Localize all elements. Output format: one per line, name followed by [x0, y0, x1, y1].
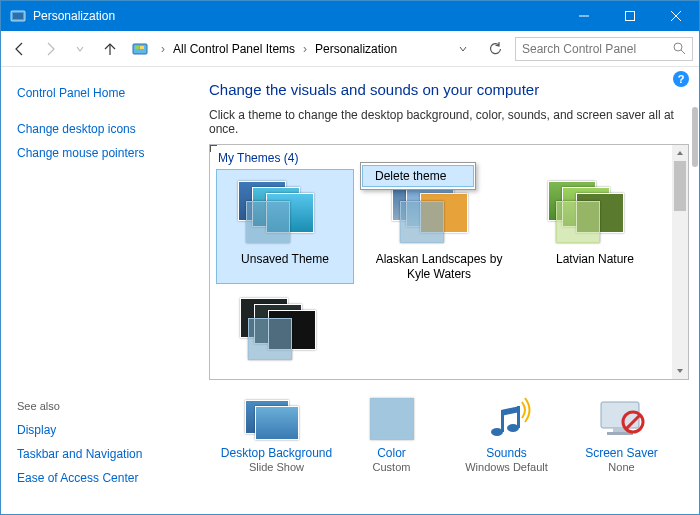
sidebar-home[interactable]: Control Panel Home [17, 81, 185, 105]
breadcrumb-sep: › [157, 42, 169, 56]
control-panel-icon [10, 8, 26, 24]
forward-button[interactable] [37, 36, 63, 62]
screen-saver-icon [595, 396, 649, 442]
refresh-button[interactable] [483, 37, 507, 61]
close-button[interactable] [653, 1, 699, 31]
bottom-actions: Desktop Background Slide Show Color Cust… [209, 394, 689, 473]
svg-rect-9 [140, 46, 144, 49]
page-heading: Change the visuals and sounds on your co… [209, 81, 689, 98]
svg-rect-18 [601, 402, 639, 428]
svg-rect-1 [13, 13, 23, 19]
svg-rect-8 [135, 46, 139, 49]
breadcrumb-item-all[interactable]: All Control Panel Items [173, 42, 295, 56]
search-icon [673, 42, 686, 55]
scroll-up-button[interactable] [672, 145, 688, 161]
see-also-label: See also [17, 400, 185, 412]
breadcrumb-icon [131, 40, 149, 58]
scroll-thumb[interactable] [674, 161, 686, 211]
svg-point-10 [674, 43, 682, 51]
bottom-sub: None [566, 461, 678, 473]
bottom-label: Desktop Background [221, 446, 333, 460]
bottom-sounds[interactable]: Sounds Windows Default [451, 394, 563, 473]
bottom-color[interactable]: Color Custom [336, 394, 448, 473]
theme-unsaved[interactable]: Unsaved Theme [216, 169, 354, 284]
sidebar-link-desktop-icons[interactable]: Change desktop icons [17, 117, 185, 141]
theme-latvian[interactable]: Latvian Nature [526, 171, 664, 282]
bottom-desktop-background[interactable]: Desktop Background Slide Show [221, 394, 333, 473]
window-title: Personalization [33, 9, 561, 23]
window-scrollbar[interactable] [692, 67, 698, 514]
see-also-ease[interactable]: Ease of Access Center [17, 466, 185, 490]
help-icon[interactable]: ? [673, 71, 689, 87]
navigation-bar: › All Control Panel Items › Personalizat… [1, 31, 699, 67]
up-button[interactable] [97, 36, 123, 62]
scroll-down-button[interactable] [672, 363, 688, 379]
bottom-label: Color [336, 446, 448, 460]
see-also-display[interactable]: Display [17, 418, 185, 442]
sidebar-link-mouse-pointers[interactable]: Change mouse pointers [17, 141, 185, 165]
bottom-label: Sounds [451, 446, 563, 460]
bottom-sub: Custom [336, 461, 448, 473]
search-placeholder: Search Control Panel [522, 42, 636, 56]
search-input[interactable]: Search Control Panel [515, 37, 693, 61]
theme-context-menu: Delete theme [360, 162, 476, 190]
theme-label: Unsaved Theme [218, 252, 352, 267]
sidebar: Control Panel Home Change desktop icons … [1, 67, 201, 514]
bottom-sub: Slide Show [221, 461, 333, 473]
breadcrumb-item-personalization[interactable]: Personalization [315, 42, 397, 56]
theme-label: Latvian Nature [526, 252, 664, 267]
recent-dropdown[interactable] [67, 36, 93, 62]
focus-corner [209, 144, 217, 152]
themes-scrollbar[interactable] [672, 145, 688, 379]
back-button[interactable] [7, 36, 33, 62]
bottom-screen-saver[interactable]: Screen Saver None [566, 394, 678, 473]
see-also-taskbar[interactable]: Taskbar and Navigation [17, 442, 185, 466]
theme-label: Alaskan Landscapes by Kyle Waters [370, 252, 508, 282]
window-scroll-thumb[interactable] [692, 107, 698, 167]
svg-rect-3 [626, 12, 635, 21]
svg-line-11 [681, 50, 685, 54]
bottom-label: Screen Saver [566, 446, 678, 460]
svg-marker-13 [677, 369, 683, 373]
window-titlebar: Personalization [1, 1, 699, 31]
page-description: Click a theme to change the desktop back… [209, 108, 689, 136]
svg-marker-12 [677, 151, 683, 155]
bottom-sub: Windows Default [451, 461, 563, 473]
maximize-button[interactable] [607, 1, 653, 31]
address-dropdown[interactable] [451, 37, 475, 61]
sounds-icon [480, 396, 534, 442]
main-content: ? Change the visuals and sounds on your … [201, 67, 699, 514]
minimize-button[interactable] [561, 1, 607, 31]
theme-fourth[interactable] [218, 288, 356, 366]
context-delete-theme[interactable]: Delete theme [362, 165, 474, 187]
breadcrumb-sep: › [299, 42, 311, 56]
